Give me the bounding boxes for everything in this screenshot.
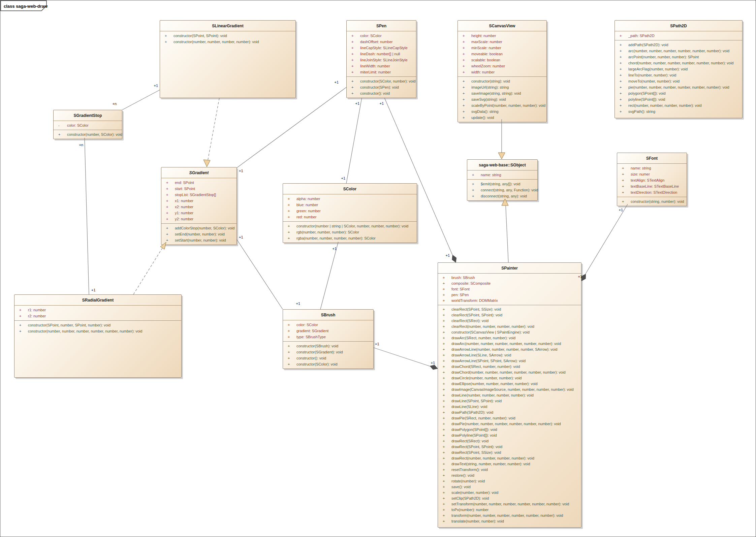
methods-compartment: +constructor(SPoint, SPoint): void+const… <box>160 31 295 98</box>
visibility-symbol: + <box>619 96 628 102</box>
realization-sradialgradient-sgradient[interactable] <box>133 248 162 294</box>
attribute-row: +green: number <box>283 208 417 214</box>
method-row-text: drawPie(number, number, number, number, … <box>451 421 561 427</box>
attribute-row: +type: SBrushType <box>283 334 373 340</box>
visibility-symbol: + <box>442 461 451 467</box>
method-row: +largeArcFlag(number, number): void <box>615 66 742 72</box>
attribute-row: +_path: SPath2D <box>615 33 742 39</box>
attribute-row: +height: number <box>458 33 546 39</box>
visibility-symbol: + <box>621 198 631 204</box>
attribute-row: +composite: SComposite <box>438 281 581 286</box>
method-row-text: $emit(string, any[]): void <box>481 181 520 187</box>
multiplicity-label: +1 <box>296 302 300 306</box>
diagram-canvas: +n +1 +n +1 +1 +1 +1 +1 +1 +1 +1 +1 +1 +… <box>0 0 756 537</box>
class-SPath2D[interactable]: SPath2D +_path: SPath2D +addPath(SPath2D… <box>615 20 743 118</box>
visibility-symbol: + <box>287 322 296 328</box>
method-row-text: constructor(SGradient): void <box>296 349 343 355</box>
attribute-row: +miterLimit: number <box>347 69 416 75</box>
attribute-row-text: name: string <box>481 172 501 178</box>
attribute-row-text: r1: number <box>28 307 46 313</box>
composition-sbrush-spainter[interactable] <box>374 348 430 366</box>
association-scolor-sbrush[interactable] <box>320 242 338 309</box>
class-SGradientStop[interactable]: SGradientStop -color: SColor +constructo… <box>53 110 122 139</box>
method-row-text: constructor(number | string | SColor, nu… <box>296 223 408 229</box>
method-row: +constructor(string): void <box>458 78 546 84</box>
class-SPen[interactable]: SPen +color: SColor+dashOffset: number+l… <box>346 20 416 98</box>
association-sgradient-spen[interactable] <box>237 87 346 168</box>
attribute-row-text: color: SColor <box>296 322 318 328</box>
visibility-symbol: + <box>619 72 628 78</box>
attribute-row: +moveable: boolean <box>458 51 546 57</box>
visibility-symbol: + <box>165 204 175 210</box>
visibility-symbol: + <box>57 131 67 137</box>
visibility-symbol: + <box>287 349 296 355</box>
method-row: +constructor(SCanvasView | SPaintEngine)… <box>438 329 581 335</box>
class-SPainter[interactable]: SPainter +brush: SBrush+composite: SComp… <box>438 262 581 528</box>
visibility-symbol: + <box>442 358 451 364</box>
method-row: +drawArrowLine(SPoint, SPoint, SArrow): … <box>438 358 581 364</box>
visibility-symbol: + <box>287 328 296 334</box>
attribute-row: +font: SFont <box>438 286 581 292</box>
method-row: +svgPath(): string <box>615 108 742 115</box>
class-SBrush[interactable]: SBrush +color: SColor+gradient: SGradien… <box>283 309 374 369</box>
class-SObject[interactable]: saga-web-base::SObject +name: string +$e… <box>467 159 538 201</box>
method-row: +saveImage(string, string): void <box>458 90 546 96</box>
class-SColor[interactable]: SColor +alpha: number+blue: number+green… <box>283 183 417 243</box>
attribute-row: +y2: number <box>161 216 237 222</box>
class-title: SRadialGradient <box>14 295 181 305</box>
method-row-text: drawRect(SRect): void <box>451 438 489 444</box>
method-row-text: scale(number, number): void <box>451 490 498 496</box>
realization-slineargradient-sgradient[interactable] <box>208 98 219 160</box>
visibility-symbol: + <box>442 444 451 450</box>
class-SCanvasView[interactable]: SCanvasView +height: number+maxScale: nu… <box>458 20 547 122</box>
method-row-text: resetTransform(): void <box>451 467 488 473</box>
visibility-symbol: + <box>619 108 628 115</box>
attribute-row-text: minScale: number <box>471 45 501 51</box>
method-row: +disconnect(string, any): void <box>467 193 537 199</box>
visibility-symbol: + <box>442 312 451 318</box>
generalization-spainter-sobject[interactable] <box>506 206 508 262</box>
attribute-row: +textBaseLine: STextBaseLine <box>617 183 687 189</box>
visibility-symbol: + <box>350 63 360 69</box>
multiplicity-label: +1 <box>341 176 345 180</box>
method-row: +constructor(): void <box>347 90 416 96</box>
association-sgradientstop-sradialgradient[interactable] <box>85 138 89 294</box>
visibility-symbol: + <box>442 298 451 304</box>
attribute-row-text: moveable: boolean <box>471 51 503 57</box>
class-SGradient[interactable]: SGradient +end: SPoint+start: SPoint+sto… <box>161 167 237 245</box>
class-SFont[interactable]: SFont +name: string+size: numer+textAlig… <box>617 153 687 206</box>
visibility-symbol: + <box>442 473 451 478</box>
method-row-text: arcPoint(number, number, number): SPoint <box>628 54 699 60</box>
visibility-symbol: + <box>471 187 481 193</box>
method-row: +rgb(number, number, number): SColor <box>283 229 417 235</box>
attribute-row-text: end: SPoint <box>175 180 194 186</box>
attribute-row: +lineDash: number[] | null <box>347 51 416 57</box>
composition-sfont-spainter[interactable] <box>586 204 628 274</box>
association-spen-scolor[interactable] <box>346 98 362 183</box>
visibility-symbol: + <box>619 33 628 39</box>
method-row: +drawArc(SRect, number, number): void <box>438 335 581 341</box>
methods-compartment: +addColorStop(number, SColor): void+setE… <box>161 223 237 245</box>
method-row-text: drawChord(SRect, number, number): void <box>451 364 520 370</box>
multiplicity-label: +1 <box>154 84 158 88</box>
attribute-row: +minScale: number <box>458 45 546 51</box>
attribute-row-text: dashOffset: number <box>360 39 392 45</box>
association-sgradient-sbrush[interactable] <box>237 240 283 309</box>
association-sgradientstop-slineargradient[interactable] <box>122 90 160 110</box>
method-row-text: connect(string, any, Function): void <box>481 187 538 193</box>
method-row-text: clearRect(SPoint, SPoint): void <box>451 312 502 318</box>
class-SLinearGradient[interactable]: SLinearGradient +constructor(SPoint, SPo… <box>160 20 296 98</box>
attributes-compartment: +_path: SPath2D <box>615 31 742 40</box>
attribute-row: +stopList: SGradientStop[] <box>161 192 237 198</box>
attributes-compartment: +r1: number+r2: number <box>14 305 181 320</box>
visibility-symbol: + <box>462 51 471 57</box>
method-row: +constructor(SGradient): void <box>283 349 373 355</box>
visibility-symbol: + <box>18 322 28 328</box>
visibility-symbol: + <box>462 108 471 115</box>
visibility-symbol: + <box>287 229 296 235</box>
method-row: +rotate(number): void <box>438 478 581 484</box>
method-row: +constructor(SPen): void <box>347 84 416 90</box>
method-row: +connect(string, any, Function): void <box>467 187 537 193</box>
class-SRadialGradient[interactable]: SRadialGradient +r1: number+r2: number +… <box>14 294 182 378</box>
method-row: +setEnd(number, number): void <box>161 231 237 237</box>
